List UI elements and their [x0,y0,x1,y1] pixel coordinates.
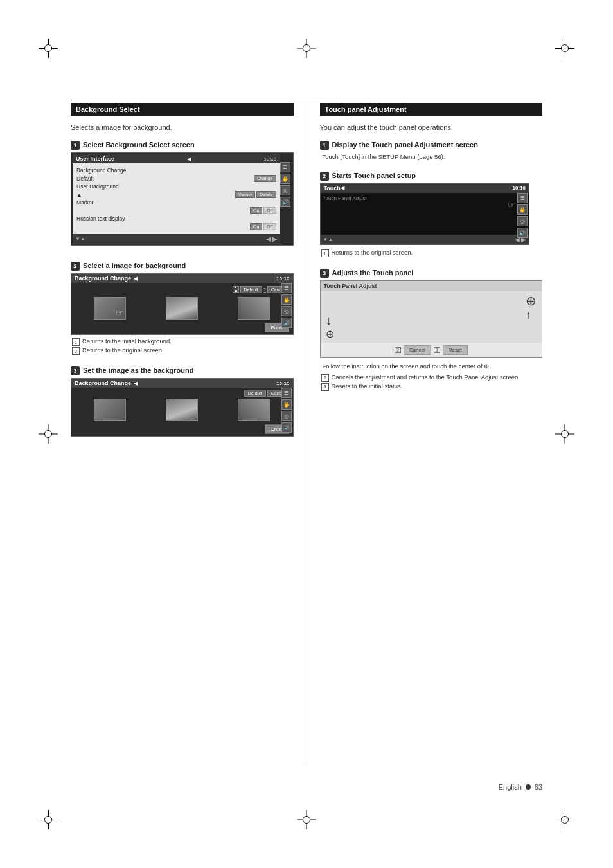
right-step1-desc: Touch [Touch] in the SETUP Menu (page 56… [320,152,543,161]
right-step2-block: 2 Starts Touch panel setup Touch ◀ 10:10… [320,171,543,258]
adjust-content3: ⊕↑ ↓⊕ [321,291,542,343]
change-btn[interactable]: Change [254,175,276,182]
menu-row-default: Default Change [76,175,276,182]
center-mark-bottom [297,810,316,829]
bg-default-btn3[interactable]: Default [244,390,266,397]
bg-buttons2: 1̲ Default 2̲ Cancel [71,283,293,295]
note2-text: Returns to the original screen. [82,347,164,355]
ts2-side-1: ☰ [517,193,528,203]
right-step1-num: 1 [320,141,329,150]
left-step1-label: 1 Select Background Select screen [71,140,294,150]
variety-btn[interactable]: Variety [235,191,255,198]
right-step3-block: 3 Adjusts the Touch panel Touch Panel Ad… [320,268,543,391]
delete-btn[interactable]: Delete [256,191,276,198]
touch-cursor-icon: ☞ [508,199,516,210]
left-step1-block: 1 Select Background Select screen User I… [71,140,294,251]
reg-mark-bl [39,810,58,829]
rs3-note3-num: 3 [321,383,329,391]
screen1-fwd-arrow: ▶ [272,235,278,242]
left-step2-label: 2 Select a image for background [71,261,294,271]
note2-num: 2 [72,347,80,355]
reg-mark-tl [39,39,58,58]
bg-change-header2: Background Change ◀ 10:10 [71,274,293,283]
right-step3-text: Adjusts the Touch panel [332,268,414,277]
screen1-side-icons: ☰ 🖐 ◎ 🔊 [280,162,290,207]
bg-thumbs2: ☞ [71,295,293,321]
side-icon-1: ☰ [280,162,290,172]
note1-num: 1 [72,338,80,346]
bg-enter2: Enter [71,321,293,334]
footer-lang: English [499,783,522,791]
menu-row-russian-toggle: On Off [76,223,276,230]
right-column: Touch panel Adjustment You can adjust th… [320,103,543,765]
bg-change-screen3: Background Change ◀ 10:10 Default Cancel… [71,378,294,437]
adjust-arrow-br: ↓⊕ [326,314,334,339]
reg-mark-br [555,810,574,829]
left-step2-text: Select a image for background [83,261,186,270]
ts2-side-4: 🔊 [517,228,528,238]
left-step1-text: Select Background Select screen [83,140,195,149]
touch-screen-bottom: ▼▲ ◀ ▶ [321,235,529,244]
bg-thumb-2[interactable] [166,297,198,320]
bg-time2: 10:10 [276,276,289,282]
step2-note2: 2 Returns to the original screen. [71,347,294,355]
rs3-note3: 3 Resets to the initial status. [320,383,543,391]
right-step2-text: Starts Touch panel setup [332,171,416,180]
bg-time3: 10:10 [276,381,289,386]
marker-on-btn[interactable]: On [250,207,262,214]
rs3-note2-num: 2 [321,374,329,382]
left-section-subtitle: Selects a image for background. [71,123,294,131]
russian-on-btn[interactable]: On [250,223,262,230]
bg-change-header3: Background Change ◀ 10:10 [71,379,293,388]
footer-dot [526,784,531,790]
menu-row-variety: ▲ Variety Delete [76,191,276,198]
left-column: Background Select Selects a image for ba… [71,103,294,765]
menu-label-bgchange: Background Change [76,167,127,174]
bg3-side-icon-3: ◎ [281,411,292,421]
left-step3-label: 3 Set the image as the background [71,366,294,375]
bg-thumb-1[interactable]: ☞ [94,297,126,320]
reg-mark-tr [555,39,574,58]
right-section-header: Touch panel Adjustment [320,103,543,116]
bg-thumb-3[interactable] [238,297,270,320]
reset-btn3[interactable]: Reset [443,345,468,355]
bg-thumb3-3[interactable] [238,399,270,421]
ts2-side-3: ◎ [517,216,528,226]
bg-thumb3-2[interactable] [166,399,198,421]
bg-default-btn2[interactable]: Default [240,286,262,293]
bg-thumb3-1[interactable] [94,399,126,421]
menu-row-marker: Marker [76,199,276,206]
cancel-btn3[interactable]: Cancel [404,345,431,355]
rs3-note2-text: Cancels the adjustment and returns to th… [332,374,520,382]
adjust-arrow-tl: ⊕↑ [526,294,537,320]
bg-side-icon-1: ☰ [281,283,292,293]
bg-screen2-side-icons: ☰ 🖐 ◎ 🔊 [281,283,292,328]
bg-enter3: Enter [71,423,293,436]
rs2-note-text: Returns to the original screen. [332,249,413,257]
right-step2-num: 2 [320,172,329,181]
touch-screen-content: Touch Panel Adjust ☞ [321,193,529,235]
rs3-note2: 2 Cancels the adjustment and returns to … [320,374,543,382]
russian-off-btn[interactable]: Off [263,223,276,230]
marker-off-btn[interactable]: Off [263,207,276,214]
top-rule [71,100,542,100]
bg3-side-icon-2: 🖐 [281,399,292,410]
ts2-side-2: 🖐 [517,204,528,215]
screen1-bottom: ▼▲ ◀ ▶ [73,234,280,244]
adjust-header3: Touch Panel Adjust [321,281,542,291]
left-step3-num: 3 [71,366,80,375]
right-step3-label: 3 Adjusts the Touch panel [320,268,543,278]
screen1-content: Background Change Default Change User Ba… [73,163,280,234]
step3-cursor-icon: ☞ [266,422,275,435]
note1-text: Returns to the initial background. [82,338,172,346]
touch-screen-header: Touch ◀ 10:10 [321,184,529,193]
menu-row-bgchange: Background Change [76,167,276,174]
touch-sub-label: Touch Panel Adjust [323,195,367,201]
rs3-note3-text: Resets to the initial status. [332,383,403,391]
bg-thumbs3 [71,397,293,423]
left-step1-num: 1 [71,141,80,150]
side-icon-2: 🖐 [280,174,290,184]
left-step3-text: Set the image as the background [83,366,193,375]
side-icon-3: ◎ [280,185,290,195]
bg-change-title3: Background Change [75,380,131,386]
